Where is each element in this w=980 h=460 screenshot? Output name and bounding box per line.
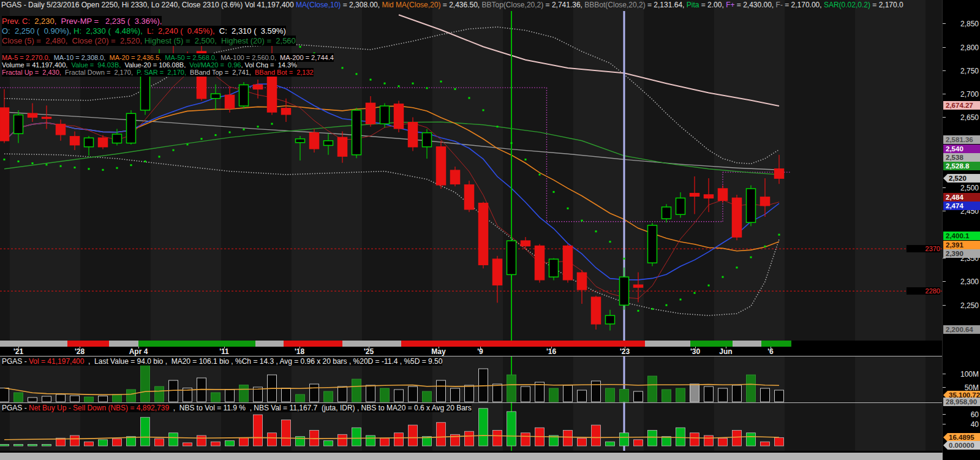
- nbs-bar: [70, 435, 80, 446]
- price-axis-area[interactable]: 2,8502,8002,7502,7002,6502,5002,4502,350…: [942, 0, 980, 460]
- volume-bar: [775, 390, 784, 402]
- sar-dot: [342, 67, 344, 69]
- sar-dot: [300, 46, 301, 48]
- main-price-chart[interactable]: [0, 0, 942, 341]
- nbs-bar: [239, 437, 249, 446]
- sar-dot: [694, 292, 696, 294]
- scrollbar-corner: [943, 453, 980, 460]
- volume-bar: [606, 388, 615, 402]
- axis-value-badge: 2,674.27: [943, 101, 980, 110]
- nbs-bar: [662, 437, 671, 446]
- nbs-bar: [169, 433, 178, 446]
- nbs-bar: [747, 433, 756, 446]
- nbs-bar: [268, 433, 277, 446]
- volume-bar: [113, 394, 122, 402]
- legend-segment: , Prev-MP = 2,235 ( 3.36%),: [55, 16, 162, 26]
- date-label: '18: [295, 347, 304, 356]
- ribbon-segment: [67, 341, 109, 347]
- volume-bar: [704, 386, 714, 402]
- candle-down: [535, 246, 545, 280]
- legend-segment: H: 2,330 ( 4.48%),: [74, 26, 147, 36]
- title-segment: F-: [776, 1, 783, 9]
- sar-dot: [736, 266, 738, 268]
- nbs-bar: [99, 440, 108, 446]
- nbs-panel-header: PGAS - Net Buy Up - Sell Down (NBS) = 4,…: [2, 404, 472, 412]
- volume-bar: [648, 376, 657, 402]
- sar-dot: [778, 234, 780, 236]
- nbs-bar: [634, 440, 643, 446]
- volume-bar: [521, 386, 530, 402]
- nbs-bar: [676, 428, 685, 446]
- date-label: May: [431, 347, 445, 356]
- nbs-bar: [282, 420, 291, 447]
- ribbon-segment: [342, 341, 401, 347]
- axis-value-badge: 2,581.36: [943, 135, 980, 144]
- axis-value-badge: 2,484: [943, 193, 980, 202]
- nbs-bar: [141, 417, 150, 446]
- nbs-bar: [648, 431, 657, 447]
- sar-dot: [680, 298, 682, 300]
- title-segment: F+: [726, 1, 734, 9]
- sar-dot: [581, 220, 583, 222]
- candle-down: [718, 189, 728, 200]
- sar-dot: [116, 167, 118, 169]
- title-segment: BBBot(Close,20,2): [584, 1, 645, 9]
- ribbon-segment: [761, 341, 791, 347]
- ribbon-segment: [733, 341, 761, 347]
- sar-dot: [595, 230, 597, 232]
- sar-dot: [18, 160, 20, 162]
- candle-down: [310, 133, 319, 149]
- horizontal-scrollbar[interactable]: [0, 453, 943, 460]
- nbs-bar: [465, 431, 474, 446]
- sar-dot: [624, 258, 625, 260]
- axis-value-badge: 2,390: [943, 249, 980, 258]
- sar-dot: [74, 167, 76, 168]
- sar-dot: [102, 169, 104, 171]
- candle-down: [70, 137, 80, 145]
- axis-value-badge: 2,474: [943, 202, 980, 210]
- sar-dot: [370, 79, 372, 81]
- nbs-bar: [493, 431, 502, 447]
- legend-segment: Close (5) = 2,480, Close (20) = 2,520,: [2, 36, 145, 46]
- nbs-bar: [578, 438, 587, 446]
- candle-up: [662, 207, 671, 219]
- axis-tick-label: 2,300: [946, 277, 979, 286]
- title-segment: BBTop(Close,20,2): [482, 1, 544, 9]
- week-stripe: [855, 403, 925, 451]
- date-axis[interactable]: '21'28Apr 4'11'18'25May'9'16'23'30Jun'6: [0, 347, 942, 356]
- nbs-bar: [183, 443, 192, 446]
- volume-bar: [423, 391, 432, 402]
- nbs-bar: [761, 442, 770, 446]
- sar-dot: [567, 208, 569, 209]
- nbs-bar: [437, 423, 446, 446]
- ribbon-segment: [138, 341, 255, 347]
- nbs-header-segment: Net Buy Up - Sell Down (NBS) = 4,892,739: [29, 404, 171, 412]
- legend-segment: BBand Bot = 2,132: [253, 68, 314, 77]
- ribbon-segment: [690, 341, 733, 347]
- candle-down: [437, 147, 446, 185]
- volume-bar: [99, 396, 108, 402]
- legend-segment: 2,230: [30, 16, 55, 26]
- axis-value-badge: 2,540: [943, 145, 980, 153]
- legend-segment: Highest (5) = 2,500, Highest (20) = 2,56…: [145, 36, 296, 46]
- title-segment: = 2,436.50,: [440, 1, 481, 9]
- date-label: '11: [219, 347, 229, 356]
- volume-bar: [282, 388, 291, 402]
- volume-bar: [338, 386, 347, 402]
- title-segment: = 2,308.00,: [341, 1, 382, 9]
- nbs-bar: [733, 431, 742, 447]
- chart-application-window: PGAS - Daily 5/23/2016 Open 2250, Hi 233…: [0, 0, 980, 460]
- legend-segment: O: 2,250 ( 0.90%),: [2, 26, 74, 36]
- volume-bar: [733, 385, 742, 402]
- axis-tick-label: 2,650: [946, 113, 979, 122]
- volume-bar: [409, 386, 418, 402]
- volume-bar: [56, 394, 66, 402]
- candle-up: [676, 198, 685, 214]
- date-label: Jun: [719, 347, 732, 356]
- candle-up: [324, 141, 333, 146]
- candle-up: [296, 139, 305, 143]
- candle-up: [239, 85, 249, 106]
- nbs-bar: [197, 435, 206, 446]
- candle-down: [225, 95, 235, 108]
- nbs-bar: [254, 415, 263, 446]
